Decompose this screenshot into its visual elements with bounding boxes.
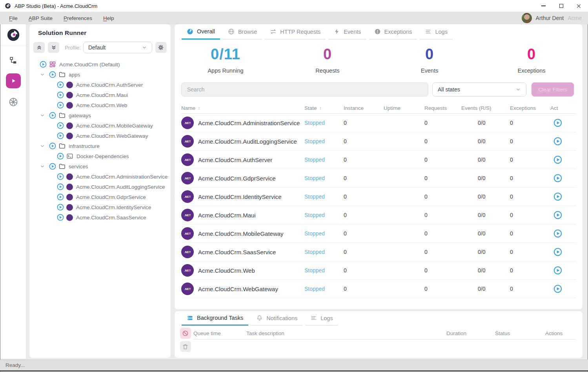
globe-icon xyxy=(228,28,235,35)
chevron-down-icon[interactable] xyxy=(39,72,46,77)
start-app-button[interactable] xyxy=(553,266,562,275)
column-header-state[interactable]: State↑ xyxy=(304,105,344,111)
tree-item-identityservice[interactable]: .NET Acme.CloudCrm.IdentityService xyxy=(29,202,171,212)
service-name: Acme.CloudCrm.AuthServer xyxy=(198,157,272,163)
start-app-button[interactable] xyxy=(553,119,562,127)
play-icon[interactable] xyxy=(57,102,64,109)
play-icon[interactable] xyxy=(49,112,56,119)
user-menu[interactable]: Arthur Dent Acme xyxy=(522,12,582,24)
clear-tasks-button[interactable] xyxy=(180,341,191,352)
tree-item-docker-dependencies[interactable]: Docker-Dependencies xyxy=(29,151,171,161)
play-icon[interactable] xyxy=(57,183,64,190)
play-icon[interactable] xyxy=(49,71,56,78)
close-button[interactable] xyxy=(570,0,588,12)
tree-item-authserver[interactable]: .NET Acme.CloudCrm.AuthServer xyxy=(29,80,171,90)
play-icon[interactable] xyxy=(57,193,64,201)
play-icon[interactable] xyxy=(49,142,56,150)
tree-item-label: services xyxy=(69,164,88,170)
tree-item-infrastructure[interactable]: infrastructure xyxy=(29,141,171,151)
tree-item-mobilegateway[interactable]: .NET Acme.CloudCrm.MobileGateway xyxy=(29,120,171,131)
start-app-button[interactable] xyxy=(553,137,562,146)
start-app-button[interactable] xyxy=(553,284,562,293)
start-app-button[interactable] xyxy=(553,248,562,256)
tree-item-solution[interactable]: Acme.CloudCrm (Default) xyxy=(29,59,171,69)
play-icon[interactable] xyxy=(57,132,64,139)
cancel-tasks-button[interactable] xyxy=(180,328,191,339)
tab-background-tasks[interactable]: Background Tasks xyxy=(182,311,248,326)
tree-item-saasservice[interactable]: .NET Acme.CloudCrm.SaasService xyxy=(29,212,171,222)
chevron-down-icon[interactable] xyxy=(39,113,46,118)
events-value: 0/0 xyxy=(461,120,510,126)
tree-item-services[interactable]: services xyxy=(29,161,171,171)
tree-item-web[interactable]: .NET Acme.CloudCrm.Web xyxy=(29,100,171,110)
tree-item-auditloggingservice[interactable]: .NET Acme.CloudCrm.AuditLoggingService xyxy=(29,182,171,192)
tree-item-webgateway[interactable]: .NET Acme.CloudCrm.WebGateway xyxy=(29,131,171,141)
chevron-down-icon[interactable] xyxy=(39,164,46,169)
start-app-button[interactable] xyxy=(553,192,562,201)
clear-filters-button[interactable]: Clear Filters xyxy=(532,82,574,97)
search-input[interactable] xyxy=(181,82,428,97)
solution-explorer-rail-button[interactable] xyxy=(9,56,18,65)
column-header-exceptions[interactable]: Exceptions xyxy=(510,105,550,111)
play-icon[interactable] xyxy=(57,153,64,160)
play-icon[interactable] xyxy=(57,122,64,129)
play-icon[interactable] xyxy=(57,204,64,211)
column-header-instance[interactable]: Instance xyxy=(344,105,384,111)
expand-all-button[interactable] xyxy=(48,42,59,53)
play-icon[interactable] xyxy=(49,163,56,170)
tab-events[interactable]: Events xyxy=(328,24,366,40)
tree-item-label: apps xyxy=(69,72,80,78)
tree-item-gateways[interactable]: gateways xyxy=(29,110,171,120)
table-row: .NETAcme.CloudCrm.IdentityService Stoppe… xyxy=(181,188,576,206)
play-icon[interactable] xyxy=(57,91,64,98)
tab-logs[interactable]: Logs xyxy=(420,24,452,40)
column-header-name[interactable]: Name↑ xyxy=(181,105,304,111)
column-header-actions[interactable]: Act xyxy=(550,105,576,111)
play-icon[interactable] xyxy=(40,61,47,68)
play-icon[interactable] xyxy=(57,214,64,221)
play-icon xyxy=(553,229,562,238)
start-app-button[interactable] xyxy=(553,174,562,182)
tab-browse[interactable]: Browse xyxy=(223,24,262,40)
tree-item-gdprservice[interactable]: .NET Acme.CloudCrm.GdprService xyxy=(29,192,171,202)
table-row: .NETAcme.CloudCrm.Maui Stopped 0 0 0/0 0 xyxy=(181,206,576,224)
menu-help[interactable]: Help xyxy=(103,15,114,21)
menu-preferences[interactable]: Preferences xyxy=(64,15,92,21)
dotnet-icon: .NET xyxy=(66,82,73,88)
minimize-button[interactable] xyxy=(535,0,552,12)
start-app-button[interactable] xyxy=(553,229,562,238)
menu-help-accel: H xyxy=(103,15,107,21)
start-app-button[interactable] xyxy=(553,155,562,164)
tab-bottom-logs[interactable]: Logs xyxy=(305,311,338,326)
dotnet-icon: .NET xyxy=(181,246,194,258)
kubernetes-rail-button[interactable] xyxy=(8,97,18,107)
instance-value: 0 xyxy=(344,230,384,237)
solution-runner-rail-button[interactable] xyxy=(6,73,21,88)
menu-abp-suite[interactable]: ABP Suite xyxy=(29,15,53,21)
requests-value: 0 xyxy=(424,230,461,237)
tab-http-requests[interactable]: HTTP Requests xyxy=(265,24,326,40)
column-header-events[interactable]: Events (R/S) xyxy=(461,105,510,111)
tab-notifications[interactable]: Notifications xyxy=(251,311,302,326)
maximize-button[interactable] xyxy=(552,0,570,12)
dotnet-icon: .NET xyxy=(181,153,194,166)
app-logo-icon xyxy=(5,3,11,9)
tree-item-administrationservice[interactable]: .NET Acme.CloudCrm.AdministrationService xyxy=(29,171,171,182)
column-header-requests[interactable]: Requests xyxy=(424,105,461,111)
tree-item-maui[interactable]: .NET Acme.CloudCrm.Maui xyxy=(29,90,171,100)
runner-settings-button[interactable] xyxy=(155,42,167,53)
menu-file[interactable]: File xyxy=(9,15,18,21)
profile-select[interactable]: Default xyxy=(83,42,152,53)
play-icon[interactable] xyxy=(57,173,64,180)
collapse-all-button[interactable] xyxy=(33,42,45,53)
column-header-uptime[interactable]: Uptime xyxy=(384,105,424,111)
start-app-button[interactable] xyxy=(553,211,562,219)
tab-exceptions[interactable]: Exceptions xyxy=(369,24,417,40)
tab-overall[interactable]: Overall xyxy=(182,24,220,40)
column-header-task-actions: Actions xyxy=(545,330,576,336)
play-icon[interactable] xyxy=(57,81,64,88)
tree-item-apps[interactable]: apps xyxy=(29,69,171,80)
requests-value: 0 xyxy=(424,212,461,218)
state-filter-select[interactable]: All states xyxy=(432,82,526,97)
chevron-down-icon[interactable] xyxy=(39,143,46,149)
